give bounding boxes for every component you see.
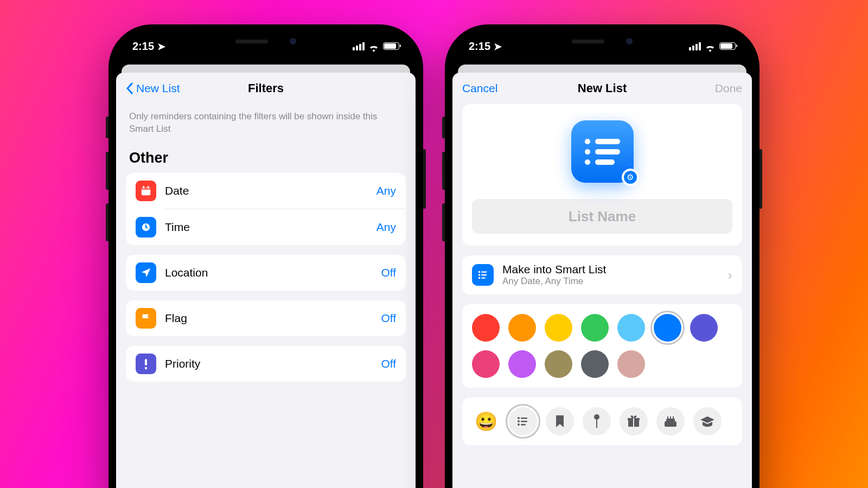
filter-label: Flag xyxy=(165,312,381,325)
svg-point-8 xyxy=(478,271,481,273)
filter-value: Off xyxy=(381,357,396,370)
color-swatch[interactable] xyxy=(472,314,500,342)
status-time: 2:15 xyxy=(132,40,154,52)
svg-point-16 xyxy=(518,420,520,422)
svg-rect-26 xyxy=(666,419,675,422)
list-hero-icon: ⚙ xyxy=(571,120,634,183)
color-swatch[interactable] xyxy=(472,350,500,378)
notch xyxy=(542,32,662,50)
svg-rect-2 xyxy=(143,186,144,189)
location-icon xyxy=(136,262,156,283)
list-appearance-card: ⚙ xyxy=(462,104,742,246)
filter-label: Location xyxy=(165,266,381,279)
color-swatch[interactable] xyxy=(545,350,572,378)
svg-rect-17 xyxy=(521,421,527,422)
pin-icon[interactable] xyxy=(583,407,611,435)
done-button[interactable]: Done xyxy=(715,82,742,95)
svg-rect-28 xyxy=(670,416,671,419)
phone-right: 2:15 ➤ Cancel New List Done xyxy=(445,24,760,488)
wifi-icon xyxy=(705,42,716,50)
filter-group-priority: Priority Off xyxy=(126,346,406,382)
filter-label: Date xyxy=(165,184,376,197)
filter-row-priority[interactable]: Priority Off xyxy=(126,346,406,382)
filter-group-flag: Flag Off xyxy=(126,300,406,336)
filter-value: Off xyxy=(381,266,396,279)
back-button[interactable]: New List xyxy=(126,82,180,95)
color-swatch[interactable] xyxy=(508,350,536,378)
list-icon[interactable] xyxy=(509,407,537,435)
filter-value: Off xyxy=(381,312,396,325)
emoji-icon[interactable]: 😀 xyxy=(472,407,500,435)
filter-row-date[interactable]: Date Any xyxy=(126,173,406,209)
priority-icon xyxy=(136,354,156,374)
svg-rect-15 xyxy=(521,418,527,419)
filter-row-time[interactable]: Time Any xyxy=(126,209,406,245)
filter-label: Time xyxy=(165,221,376,234)
chevron-right-icon: › xyxy=(727,267,732,284)
smart-badge: ⚙ xyxy=(622,169,639,186)
svg-rect-1 xyxy=(142,187,151,190)
color-swatch[interactable] xyxy=(617,314,645,342)
svg-rect-24 xyxy=(633,418,634,427)
color-swatch[interactable] xyxy=(690,314,718,342)
nav-bar: New List Filters xyxy=(116,73,416,104)
phone-left: 2:15 ➤ New List Filters Only reminders c… xyxy=(108,24,423,488)
status-time: 2:15 xyxy=(469,40,490,52)
location-services-icon: ➤ xyxy=(494,41,502,52)
color-swatch[interactable] xyxy=(581,314,609,342)
battery-icon xyxy=(719,42,736,50)
color-swatch[interactable] xyxy=(581,350,609,378)
color-swatch[interactable] xyxy=(545,314,572,342)
filter-row-location[interactable]: Location Off xyxy=(126,255,406,291)
svg-point-7 xyxy=(145,367,147,369)
svg-point-18 xyxy=(518,423,520,426)
flag-icon xyxy=(136,308,156,329)
filter-value: Any xyxy=(376,221,396,234)
cancel-button[interactable]: Cancel xyxy=(462,82,497,95)
filters-description: Only reminders containing the filters wi… xyxy=(126,104,406,145)
svg-rect-9 xyxy=(481,272,487,273)
smart-list-row[interactable]: Make into Smart List Any Date, Any Time … xyxy=(462,255,742,294)
svg-rect-21 xyxy=(596,419,597,428)
battery-icon xyxy=(383,42,399,50)
gift-icon[interactable] xyxy=(620,407,648,435)
filter-row-flag[interactable]: Flag Off xyxy=(126,300,406,336)
svg-point-14 xyxy=(518,417,520,419)
svg-rect-25 xyxy=(665,421,676,427)
new-list-sheet: Cancel New List Done ⚙ xyxy=(452,73,752,488)
smart-list-icon xyxy=(472,264,494,286)
svg-rect-13 xyxy=(481,278,485,279)
smart-list-title: Make into Smart List xyxy=(502,263,727,276)
smart-list-subtitle: Any Date, Any Time xyxy=(502,276,727,287)
filter-value: Any xyxy=(376,184,396,197)
filter-group-location: Location Off xyxy=(126,255,406,291)
svg-rect-27 xyxy=(667,416,668,419)
back-button-label: New List xyxy=(136,82,180,95)
gear-icon: ⚙ xyxy=(624,171,637,184)
clock-icon xyxy=(136,217,156,237)
icon-picker: 😀 xyxy=(462,397,742,445)
bookmark-icon[interactable] xyxy=(546,407,574,435)
cellular-signal-icon xyxy=(689,42,701,50)
wifi-icon xyxy=(368,42,379,50)
svg-point-12 xyxy=(478,277,481,279)
color-picker xyxy=(462,304,742,388)
cellular-signal-icon xyxy=(353,42,365,50)
section-header-other: Other xyxy=(126,145,406,173)
location-services-icon: ➤ xyxy=(157,41,165,52)
color-swatch[interactable] xyxy=(617,350,645,378)
calendar-icon xyxy=(136,181,156,201)
cake-icon[interactable] xyxy=(656,407,685,435)
chevron-left-icon xyxy=(126,82,133,95)
color-swatch[interactable] xyxy=(508,314,536,342)
nav-bar: Cancel New List Done xyxy=(452,73,752,104)
svg-rect-19 xyxy=(521,424,526,425)
svg-point-10 xyxy=(478,274,481,276)
notch xyxy=(206,32,326,50)
graduation-icon[interactable] xyxy=(693,407,722,435)
filter-label: Priority xyxy=(165,357,381,370)
filters-sheet: New List Filters Only reminders containi… xyxy=(116,73,416,488)
svg-rect-11 xyxy=(481,274,487,275)
list-name-input[interactable] xyxy=(472,199,732,234)
color-swatch[interactable] xyxy=(654,314,681,342)
